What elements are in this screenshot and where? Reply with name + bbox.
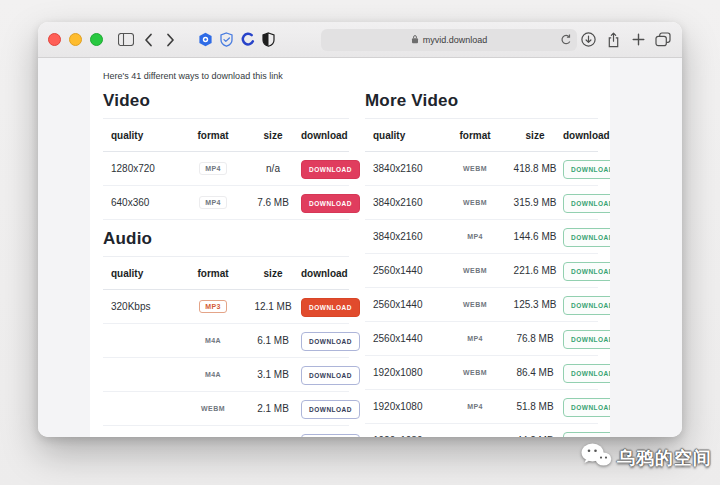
download-button[interactable]: DOWNLOAD <box>563 364 610 383</box>
download-button[interactable]: DOWNLOAD <box>563 398 610 417</box>
download-cell: DOWNLOAD <box>301 330 360 351</box>
size-cell: 125.3 MB <box>514 299 557 310</box>
download-button[interactable]: DOWNLOAD <box>301 332 360 351</box>
size-cell: 2.1 MB <box>257 403 289 414</box>
column-header-quality: quality <box>103 268 181 279</box>
download-button[interactable]: DOWNLOAD <box>301 434 360 437</box>
download-cell: DOWNLOAD <box>563 158 610 179</box>
quality-cell: 2560x1440 <box>365 265 443 276</box>
watermark-text: 乌鸦的空间 <box>617 446 712 470</box>
back-icon[interactable] <box>137 29 159 51</box>
format-badge: MP4 <box>467 233 483 240</box>
download-button[interactable]: DOWNLOAD <box>301 298 360 317</box>
download-cell: DOWNLOAD <box>563 192 610 213</box>
download-cell: DOWNLOAD <box>563 396 610 417</box>
format-badge: M4A <box>205 337 221 344</box>
column-header-format: format <box>197 130 228 141</box>
table-row: 640x360MP47.6 MBDOWNLOAD <box>103 186 349 220</box>
download-cell: DOWNLOAD <box>563 362 610 383</box>
format-badge: WEBM <box>201 405 225 412</box>
table-columns: Videoqualityformatsizedownload1280x720MP… <box>103 82 597 437</box>
column-header-size: size <box>526 130 545 141</box>
quality-cell: 640x360 <box>103 197 181 208</box>
table-row: 1920x1080WEBM86.4 MBDOWNLOAD <box>365 356 598 390</box>
minimize-button[interactable] <box>69 33 82 46</box>
reload-icon[interactable] <box>560 34 571 47</box>
column-header-download: download <box>563 130 610 141</box>
format-badge: WEBM <box>463 301 487 308</box>
download-cell: DOWNLOAD <box>301 158 360 179</box>
download-button[interactable]: DOWNLOAD <box>563 228 610 247</box>
table-header-row: qualityformatsizedownload <box>103 118 349 152</box>
address-url: myvid.download <box>423 35 488 45</box>
right-column: More Videoqualityformatsizedownload3840x… <box>365 82 598 437</box>
size-cell: 86.4 MB <box>516 367 553 378</box>
download-button[interactable]: DOWNLOAD <box>563 194 610 213</box>
sidebar-icon[interactable] <box>115 29 137 51</box>
download-button[interactable]: DOWNLOAD <box>563 262 610 281</box>
extension-shield-check-icon[interactable] <box>216 29 237 51</box>
quality-cell: 2560x1440 <box>365 333 443 344</box>
format-badge: M4A <box>205 371 221 378</box>
download-button[interactable]: DOWNLOAD <box>563 296 610 315</box>
section-title-more-video: More Video <box>365 91 598 110</box>
download-button[interactable]: DOWNLOAD <box>301 400 360 419</box>
download-cell: DOWNLOAD <box>563 226 610 247</box>
table-row: M4A2.0 MBDOWNLOAD <box>103 426 349 437</box>
extension-arc-icon[interactable] <box>237 29 258 51</box>
close-button[interactable] <box>48 33 61 46</box>
size-cell: 144.6 MB <box>514 231 557 242</box>
section-title-video: Video <box>103 91 349 110</box>
table-row: M4A6.1 MBDOWNLOAD <box>103 324 349 358</box>
size-cell: 76.8 MB <box>516 333 553 344</box>
left-column: Videoqualityformatsizedownload1280x720MP… <box>103 82 349 437</box>
size-cell: 7.6 MB <box>257 197 289 208</box>
download-button[interactable]: DOWNLOAD <box>301 160 360 179</box>
extension-shield-contrast-icon[interactable] <box>258 29 279 51</box>
format-badge: MP4 <box>199 162 227 175</box>
new-tab-icon[interactable] <box>627 29 649 51</box>
format-badge: MP4 <box>467 335 483 342</box>
address-bar[interactable]: myvid.download <box>321 29 577 51</box>
downloads-icon[interactable] <box>577 29 599 51</box>
size-cell: 12.1 MB <box>254 301 291 312</box>
format-badge: MP4 <box>467 403 483 410</box>
download-button[interactable]: DOWNLOAD <box>301 194 360 213</box>
format-badge: WEBM <box>463 165 487 172</box>
tab-overview-icon[interactable] <box>652 29 674 51</box>
section-title-audio: Audio <box>103 229 349 248</box>
wechat-icon <box>580 442 612 473</box>
download-button[interactable]: DOWNLOAD <box>563 160 610 179</box>
download-cell: DOWNLOAD <box>563 430 610 437</box>
browser-window: myvid.download Here's 41 different ways … <box>38 22 682 437</box>
quality-cell: 2560x1440 <box>365 299 443 310</box>
extension-hexagon-icon[interactable] <box>195 29 216 51</box>
size-cell: n/a <box>266 163 280 174</box>
download-button[interactable]: DOWNLOAD <box>563 330 610 349</box>
watermark: 乌鸦的空间 <box>580 442 712 473</box>
table-row: 2560x1440MP476.8 MBDOWNLOAD <box>365 322 598 356</box>
quality-cell: 3840x2160 <box>365 163 443 174</box>
column-header-download: download <box>301 268 355 279</box>
format-badge: WEBM <box>463 267 487 274</box>
download-button[interactable]: DOWNLOAD <box>301 366 360 385</box>
table-row: 3840x2160WEBM315.9 MBDOWNLOAD <box>365 186 598 220</box>
column-header-download: download <box>301 130 355 141</box>
download-cell: DOWNLOAD <box>301 364 360 385</box>
size-cell: 221.6 MB <box>514 265 557 276</box>
forward-icon[interactable] <box>159 29 181 51</box>
size-cell: 418.8 MB <box>514 163 557 174</box>
column-header-size: size <box>264 130 283 141</box>
size-cell: 3.1 MB <box>257 369 289 380</box>
download-cell: DOWNLOAD <box>301 432 360 437</box>
column-header-format: format <box>197 268 228 279</box>
format-badge: WEBM <box>463 199 487 206</box>
download-button[interactable]: DOWNLOAD <box>563 432 610 437</box>
quality-cell: 1920x1080 <box>365 367 443 378</box>
zoom-button[interactable] <box>90 33 103 46</box>
size-cell: 44.2 MB <box>516 435 553 437</box>
quality-cell: 320Kbps <box>103 301 181 312</box>
share-icon[interactable] <box>602 29 624 51</box>
quality-cell: 1920x1080 <box>365 401 443 412</box>
download-cell: DOWNLOAD <box>301 398 360 419</box>
